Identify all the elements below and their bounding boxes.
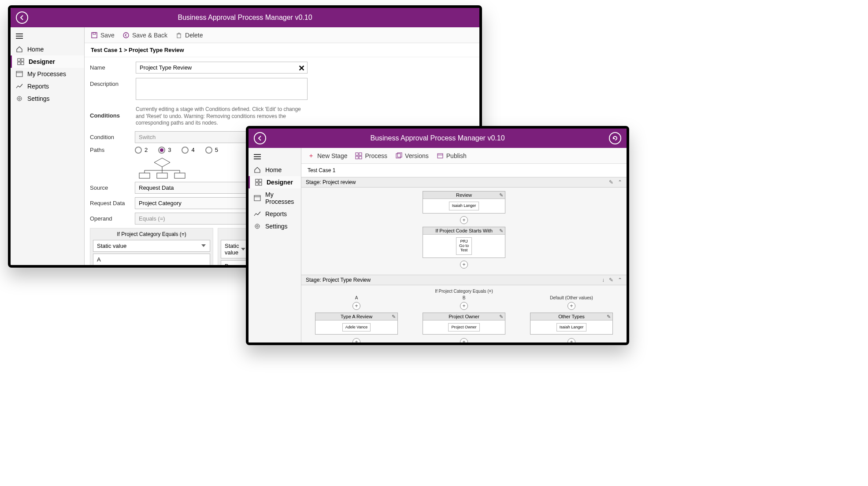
hamburger-icon[interactable] (11, 30, 84, 43)
card-chip: PRJ Go to Test (456, 237, 472, 255)
branch-label: A (355, 295, 358, 300)
svg-rect-40 (359, 156, 362, 159)
tb-label: Process (365, 152, 387, 159)
sidebar-item-settings[interactable]: Settings (249, 220, 301, 232)
edit-icon[interactable]: ✎ (499, 228, 503, 234)
svg-rect-7 (16, 71, 22, 77)
name-input[interactable] (136, 62, 308, 74)
titlebar: Business Approval Process Manager v0.10 (11, 8, 479, 27)
back-button[interactable] (254, 132, 266, 144)
grid-icon (355, 152, 362, 159)
svg-rect-32 (259, 183, 262, 185)
add-node-button[interactable]: + (568, 302, 575, 310)
home-icon (16, 46, 23, 53)
edit-icon[interactable]: ✎ (499, 314, 503, 320)
conditions-help-text: Currently editing a stage with Condition… (136, 106, 308, 127)
stage-card[interactable]: Project Owner✎ Project Owner (423, 313, 505, 335)
add-node-button[interactable]: + (352, 338, 360, 342)
nav-label: My Processes (265, 191, 296, 205)
svg-point-13 (123, 33, 129, 38)
stage-card[interactable]: Review✎ Isaiah Langer (423, 191, 505, 214)
gear-icon (16, 95, 23, 102)
paths-radio-4[interactable]: 4 (182, 147, 194, 154)
add-node-button[interactable]: + (460, 338, 468, 342)
gear-icon (254, 223, 261, 230)
back-circle-icon (122, 32, 130, 39)
edit-icon[interactable]: ✎ (609, 179, 613, 185)
add-node-button[interactable]: + (460, 261, 468, 269)
reqdata-label: Request Data (90, 200, 130, 206)
nav-label: Reports (265, 210, 287, 217)
delete-button[interactable]: Delete (175, 32, 203, 39)
sidebar: Home Designer My Processes Reports Setti… (11, 27, 85, 265)
clear-icon[interactable]: ✕ (298, 63, 305, 73)
publish-button[interactable]: Publish (437, 152, 467, 159)
edit-icon[interactable]: ✎ (499, 192, 503, 198)
stage-title: Stage: Project review (306, 179, 356, 185)
reload-button[interactable] (609, 132, 621, 144)
breadcrumb: Test Case 1 (301, 164, 627, 177)
edit-icon[interactable]: ✎ (392, 314, 396, 320)
card-title: Other Types (558, 314, 585, 319)
window-icon (254, 195, 261, 202)
svg-rect-30 (259, 179, 262, 182)
sidebar-item-designer[interactable]: Designer (11, 55, 84, 68)
plus-icon: ＋ (308, 152, 315, 159)
stage-card[interactable]: Other Types✎ Isaiah Langer (530, 313, 613, 335)
svg-point-36 (256, 225, 258, 227)
description-input[interactable] (136, 78, 308, 100)
sidebar-item-settings[interactable]: Settings (11, 92, 84, 105)
sidebar-item-home[interactable]: Home (249, 164, 301, 176)
branch-label: Default (Other values) (550, 295, 593, 300)
app-title: Business Approval Process Manager v0.10 (178, 14, 312, 22)
app-title: Business Approval Process Manager v0.10 (370, 134, 504, 142)
sidebar-item-my-processes[interactable]: My Processes (11, 68, 84, 80)
trash-icon (175, 32, 182, 39)
edit-icon[interactable]: ✎ (609, 277, 613, 283)
add-node-button[interactable]: + (460, 302, 468, 310)
nav-label: Settings (27, 95, 50, 102)
add-node-button[interactable]: + (568, 338, 575, 342)
collapse-icon[interactable]: ⌃ (618, 277, 622, 283)
card-chip: Project Owner (448, 323, 479, 332)
sidebar-item-reports[interactable]: Reports (11, 80, 84, 92)
toolbar: ＋ New Stage Process Versions Publish (301, 148, 627, 164)
svg-rect-11 (92, 33, 97, 38)
move-down-icon[interactable]: ↓ (602, 277, 605, 283)
conditions-heading: Conditions (90, 110, 130, 119)
path-a-value-input[interactable] (93, 254, 210, 265)
sidebar-item-home[interactable]: Home (11, 43, 84, 55)
edit-icon[interactable]: ✎ (607, 314, 611, 320)
nav-label: Designer (267, 179, 293, 186)
publish-icon (437, 152, 444, 159)
svg-rect-3 (18, 59, 20, 61)
tb-label: Versions (405, 152, 429, 159)
paths-radio-2[interactable]: 2 (135, 147, 148, 154)
paths-radio-3[interactable]: 3 (158, 147, 171, 154)
stage-card[interactable]: Type A Review✎ Adele Vance (315, 313, 398, 335)
save-back-button[interactable]: Save & Back (122, 32, 167, 39)
card-chip: Isaiah Langer (556, 323, 587, 332)
new-stage-button[interactable]: ＋ New Stage (308, 152, 347, 159)
path-a-type-select[interactable]: Static value (93, 240, 210, 252)
save-button[interactable]: Save (91, 32, 115, 39)
sidebar-item-my-processes[interactable]: My Processes (249, 188, 301, 208)
sidebar-item-reports[interactable]: Reports (249, 208, 301, 220)
svg-point-9 (17, 96, 22, 101)
operand-label: Operand (90, 215, 130, 222)
path-column-a: If Project Category Equals (=) Static va… (90, 228, 213, 265)
add-node-button[interactable]: + (460, 216, 468, 224)
svg-rect-39 (356, 156, 358, 159)
collapse-icon[interactable]: ⌃ (618, 179, 622, 185)
stage-card[interactable]: If Project Code Starts With✎ PRJ Go to T… (423, 227, 505, 258)
versions-button[interactable]: Versions (395, 152, 429, 159)
nav-label: Home (265, 166, 282, 173)
paths-radio-5[interactable]: 5 (205, 147, 218, 154)
process-button[interactable]: Process (355, 152, 387, 159)
back-button[interactable] (16, 11, 28, 24)
sidebar-item-designer[interactable]: Designer (249, 176, 301, 188)
add-node-button[interactable]: + (352, 302, 360, 310)
home-icon (254, 166, 261, 173)
hamburger-icon[interactable] (249, 151, 301, 164)
card-title: Project Owner (449, 314, 479, 319)
